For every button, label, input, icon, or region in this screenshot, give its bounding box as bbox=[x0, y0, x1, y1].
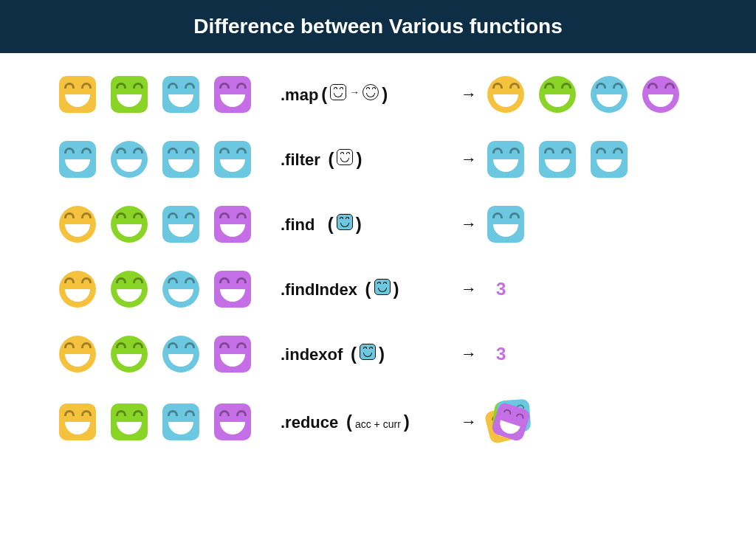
func-map: .map ( → ) bbox=[281, 84, 450, 105]
arrow-icon: → bbox=[450, 280, 487, 299]
smiley-icon bbox=[214, 336, 251, 373]
smiley-icon bbox=[59, 403, 96, 440]
findindex-output: 3 bbox=[487, 279, 697, 299]
filter-output bbox=[487, 141, 697, 178]
mini-square-icon bbox=[330, 84, 346, 100]
func-name: .find bbox=[281, 215, 315, 235]
find-input bbox=[59, 206, 281, 243]
smiley-icon bbox=[111, 76, 148, 113]
func-name: .map bbox=[281, 86, 318, 105]
smiley-icon bbox=[111, 336, 148, 373]
smiley-icon bbox=[111, 141, 148, 178]
smiley-icon bbox=[214, 271, 251, 308]
find-callback bbox=[337, 214, 353, 230]
smiley-icon bbox=[162, 271, 199, 308]
paren-close: ) bbox=[404, 412, 410, 432]
arrow-icon: → bbox=[450, 150, 487, 169]
smiley-icon bbox=[59, 141, 96, 178]
smiley-icon bbox=[214, 403, 251, 440]
smiley-icon bbox=[59, 76, 96, 113]
func-findindex: .findIndex ( ) bbox=[281, 279, 450, 299]
mini-square-icon bbox=[337, 149, 353, 165]
smiley-icon bbox=[214, 76, 251, 113]
smiley-icon bbox=[214, 141, 251, 178]
mini-circle-icon bbox=[362, 84, 379, 100]
func-name: .findIndex bbox=[281, 280, 357, 299]
smiley-icon bbox=[59, 271, 96, 308]
smiley-icon bbox=[591, 141, 628, 178]
result-number: 3 bbox=[487, 344, 506, 364]
diagram-content: .map ( → ) → .filter ( bbox=[0, 53, 756, 444]
row-map: .map ( → ) → bbox=[59, 75, 697, 114]
paren-close: ) bbox=[356, 214, 362, 235]
result-number: 3 bbox=[487, 279, 506, 299]
find-output bbox=[487, 206, 697, 243]
smiley-icon bbox=[162, 76, 199, 113]
reduce-callback: acc + curr bbox=[355, 418, 401, 430]
paren-close: ) bbox=[382, 84, 388, 105]
func-indexof: .indexof ( ) bbox=[281, 344, 450, 364]
paren-close: ) bbox=[394, 279, 399, 299]
smiley-icon bbox=[162, 336, 199, 373]
smiley-icon bbox=[111, 403, 148, 440]
func-name: .indexof bbox=[281, 345, 343, 364]
smiley-icon bbox=[642, 76, 679, 113]
smiley-icon bbox=[487, 206, 524, 243]
tiny-arrow-icon: → bbox=[349, 86, 360, 98]
arrow-icon: → bbox=[450, 344, 487, 364]
row-find: .find ( ) → bbox=[59, 205, 697, 243]
mini-blue-square-icon bbox=[360, 344, 376, 360]
findindex-callback bbox=[374, 279, 391, 295]
arrow-icon: → bbox=[450, 412, 487, 432]
indexof-output: 3 bbox=[487, 344, 697, 364]
smiley-icon bbox=[59, 336, 96, 373]
func-filter: .filter ( ) bbox=[281, 149, 450, 170]
smiley-icon bbox=[162, 403, 199, 440]
smiley-icon bbox=[59, 206, 96, 243]
paren-open: ( bbox=[317, 214, 333, 235]
row-indexof: .indexof ( ) → 3 bbox=[59, 335, 697, 373]
reduce-output bbox=[487, 400, 697, 444]
map-callback: → bbox=[330, 84, 379, 100]
row-filter: .filter ( ) → bbox=[59, 140, 697, 179]
func-name: .reduce bbox=[281, 413, 338, 432]
stacked-smileys-icon bbox=[487, 400, 532, 444]
smiley-icon bbox=[214, 206, 251, 243]
smiley-icon bbox=[162, 141, 199, 178]
paren-close: ) bbox=[356, 149, 362, 170]
map-output bbox=[487, 76, 697, 113]
smiley-icon bbox=[591, 76, 628, 113]
row-findindex: .findIndex ( ) → 3 bbox=[59, 270, 697, 308]
smiley-icon bbox=[487, 141, 524, 178]
mini-blue-square-icon bbox=[374, 279, 391, 295]
paren-open: ( bbox=[321, 84, 327, 105]
page-title: Difference between Various functions bbox=[0, 0, 756, 53]
paren-open: ( bbox=[346, 344, 357, 364]
paren-open: ( bbox=[341, 412, 352, 432]
func-reduce: .reduce ( acc + curr ) bbox=[281, 412, 450, 432]
paren-open: ( bbox=[360, 279, 371, 299]
filter-callback bbox=[337, 149, 353, 165]
indexof-input bbox=[59, 336, 281, 373]
arrow-icon: → bbox=[450, 85, 487, 104]
arrow-icon: → bbox=[450, 215, 487, 234]
smiley-icon bbox=[111, 206, 148, 243]
reduce-input bbox=[59, 403, 281, 440]
smiley-icon bbox=[162, 206, 199, 243]
paren-close: ) bbox=[379, 344, 385, 364]
func-name: .filter bbox=[281, 150, 320, 170]
smiley-icon bbox=[487, 76, 524, 113]
map-input bbox=[59, 76, 281, 113]
smiley-icon bbox=[111, 271, 148, 308]
indexof-arg bbox=[360, 344, 376, 360]
row-reduce: .reduce ( acc + curr ) → bbox=[59, 400, 697, 444]
smiley-icon bbox=[539, 76, 576, 113]
filter-input bbox=[59, 141, 281, 178]
findindex-input bbox=[59, 271, 281, 308]
func-find: .find ( ) bbox=[281, 214, 450, 235]
paren-open: ( bbox=[323, 149, 334, 170]
mini-blue-square-icon bbox=[337, 214, 353, 230]
smiley-icon bbox=[539, 141, 576, 178]
